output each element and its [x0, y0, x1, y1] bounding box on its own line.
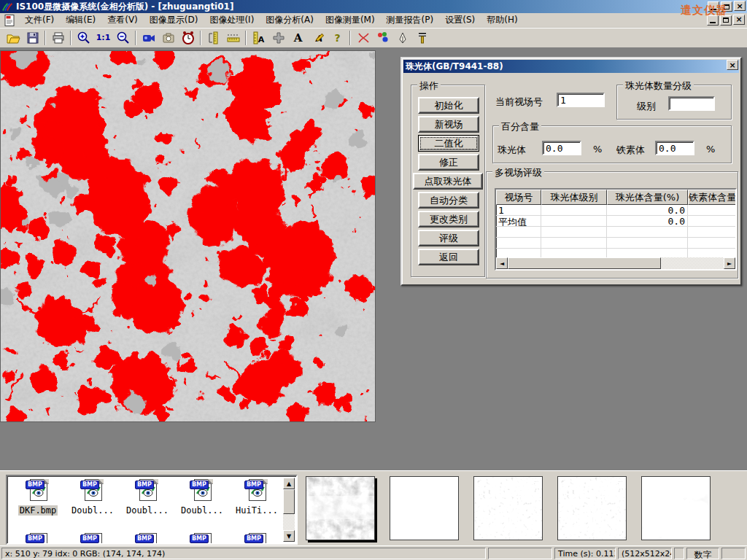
classify-dots-button[interactable]	[373, 29, 392, 47]
grid-button[interactable]	[268, 29, 288, 47]
menu-image-analysis[interactable]: 图像分析(A)	[260, 12, 320, 28]
file-item[interactable]: BMP DKF.bmp	[12, 479, 64, 516]
thumbnail-4[interactable]	[557, 476, 627, 540]
zoom-in-button[interactable]	[74, 29, 93, 47]
menu-settings[interactable]: 设置(S)	[439, 12, 481, 28]
caliper-button[interactable]	[204, 29, 223, 47]
menu-file[interactable]: 文件(F)	[19, 12, 60, 28]
bmp-file-icon: BMP	[135, 479, 160, 502]
status-time: Time (s): 0.113	[554, 548, 616, 559]
file-item[interactable]: BMP Doubl...	[176, 479, 228, 516]
file-name[interactable]: DKF.bmp	[18, 505, 58, 516]
save-button[interactable]	[23, 29, 42, 47]
printer-icon	[51, 31, 66, 45]
menu-measure-report[interactable]: 测量报告(P)	[381, 12, 440, 28]
scroll-left-icon[interactable]: ◄	[496, 257, 508, 269]
file-vscrollbar[interactable]: ▲ ▼	[283, 478, 295, 542]
binarize-button[interactable]: 二值化	[418, 135, 479, 152]
grade-input[interactable]	[668, 96, 715, 111]
thumbnail-5[interactable]	[641, 476, 711, 540]
open-file-button[interactable]	[3, 29, 23, 47]
scroll-up-icon[interactable]: ▲	[283, 478, 295, 489]
file-item[interactable]: BMP	[121, 533, 174, 545]
video-capture-button[interactable]	[139, 29, 158, 47]
cell-ferrite	[688, 216, 737, 226]
zoom-out-button[interactable]	[113, 29, 133, 47]
restore-button[interactable]	[721, 1, 732, 12]
pearlite-label: 珠光体	[498, 144, 526, 157]
file-item[interactable]: BMP Doubl...	[121, 479, 174, 516]
operations-group-label: 操作	[417, 79, 441, 93]
status-empty-1	[488, 548, 552, 559]
help-button[interactable]: ?	[328, 29, 347, 47]
vscroll-thumb[interactable]	[283, 489, 295, 514]
pick-pearlite-button[interactable]: 点取珠光体	[413, 173, 483, 190]
table-header-row: 视场号 珠光体级别 珠光体含量(%) 铁素体含量(%)	[496, 190, 735, 205]
col-pearlite-grade: 珠光体级别	[541, 190, 607, 205]
floppy-icon	[26, 31, 40, 45]
menu-help[interactable]: 帮助(H)	[481, 12, 523, 28]
scroll-right-icon[interactable]: ►	[724, 257, 735, 269]
file-item[interactable]: BMP HuiTi...	[231, 479, 283, 516]
current-field-input[interactable]	[557, 93, 605, 107]
child-minimize-button[interactable]	[707, 15, 719, 26]
change-class-button[interactable]: 更改类别	[418, 211, 479, 228]
curve-tool-button[interactable]	[353, 29, 373, 47]
init-button[interactable]: 初始化	[418, 97, 479, 114]
file-item[interactable]: BMP	[231, 533, 283, 545]
table-row[interactable]: 平均值 0.0	[496, 216, 735, 227]
child-restore-button[interactable]	[720, 15, 732, 26]
annotate-button[interactable]: A	[308, 29, 328, 47]
menu-view[interactable]: 查看(V)	[101, 12, 144, 28]
status-image-size: (512x512x24)	[618, 548, 672, 559]
menu-edit[interactable]: 编辑(E)	[60, 12, 101, 28]
file-name[interactable]: Doubl...	[70, 505, 115, 516]
document-icon[interactable]	[3, 14, 16, 27]
rate-button[interactable]: 评级	[418, 230, 479, 246]
title-bar: IS100显微摄像系统(金相分析版) - [zhuguangti01] ×	[0, 0, 747, 13]
timer-button[interactable]	[178, 29, 198, 47]
return-button[interactable]: 返回	[418, 249, 479, 265]
thumbnail-3[interactable]	[473, 476, 543, 540]
print-button[interactable]	[48, 29, 68, 47]
hscroll-thumb[interactable]	[508, 257, 661, 269]
minimize-button[interactable]	[708, 1, 719, 12]
curve-icon	[356, 31, 371, 45]
camera-capture-button[interactable]	[158, 29, 178, 47]
brush-tool-button[interactable]	[412, 29, 432, 47]
zoom-out-icon	[116, 31, 131, 45]
menu-image-display[interactable]: 图像显示(D)	[144, 12, 204, 28]
measure-label-button[interactable]: A	[249, 29, 268, 47]
file-item[interactable]: BMP	[176, 533, 228, 545]
dialog-close-button[interactable]: ×	[727, 60, 738, 70]
child-close-button[interactable]: ×	[733, 15, 745, 25]
file-name[interactable]: HuiTi...	[234, 505, 279, 516]
micrograph-image[interactable]	[0, 50, 376, 422]
file-item[interactable]: BMP	[12, 533, 64, 545]
thumbnail-2[interactable]	[390, 476, 459, 540]
dialog-title-bar[interactable]: 珠光体(GB/T9441-88)	[403, 60, 739, 73]
menu-image-process[interactable]: 图像处理(I)	[204, 12, 260, 28]
scroll-down-icon[interactable]: ▼	[283, 530, 295, 542]
file-item[interactable]: BMP	[66, 533, 119, 545]
measure-text-icon: A	[252, 31, 266, 45]
thumbnail-1[interactable]	[306, 476, 375, 540]
ferrite-input[interactable]	[655, 141, 694, 155]
actual-size-button[interactable]: 1:1	[93, 29, 113, 47]
menu-image-measure[interactable]: 图像测量(M)	[320, 12, 381, 28]
auto-classify-button[interactable]: 自动分类	[418, 192, 479, 209]
correct-button[interactable]: 修正	[418, 154, 479, 171]
current-field-label: 当前视场号	[495, 96, 543, 109]
toolbar-separator	[44, 31, 46, 45]
close-button[interactable]: ×	[734, 1, 746, 11]
text-button[interactable]: A	[288, 29, 308, 47]
ruler-button[interactable]	[223, 29, 243, 47]
new-field-button[interactable]: 新视场	[418, 116, 479, 133]
file-name[interactable]: Doubl...	[179, 505, 225, 516]
file-name[interactable]: Doubl...	[125, 505, 170, 516]
pen-tool-button[interactable]	[392, 29, 412, 47]
pearlite-input[interactable]	[542, 141, 581, 155]
table-row[interactable]: 1 0.0	[496, 205, 735, 216]
table-hscrollbar[interactable]: ◄ ►	[496, 257, 735, 269]
file-item[interactable]: BMP Doubl...	[66, 479, 119, 516]
